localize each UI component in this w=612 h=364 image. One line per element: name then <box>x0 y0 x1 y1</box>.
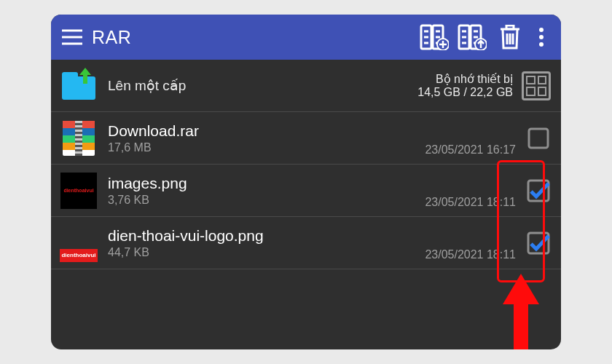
svg-point-29 <box>539 35 544 39</box>
file-name: dien-thoai-vui-logo.png <box>108 227 425 245</box>
toolbar: RAR <box>51 15 561 60</box>
overflow-icon[interactable] <box>530 20 552 55</box>
image-thumb-icon: dienthoaivui <box>60 224 98 262</box>
app-frame: RAR Lên một cấp <box>51 15 561 349</box>
menu-icon[interactable] <box>58 23 86 51</box>
storage-label: Bộ nhớ thiết bị <box>436 72 513 86</box>
file-size: 44,7 KB <box>108 246 425 259</box>
svg-marker-31 <box>79 68 91 84</box>
svg-rect-27 <box>506 25 514 29</box>
storage-value: 14,5 GB / 22,2 GB <box>417 86 513 99</box>
file-row[interactable]: dienthoaivui dien-thoai-vui-logo.png 44,… <box>51 217 561 269</box>
file-name: Download.rar <box>108 122 425 140</box>
app-title: RAR <box>92 27 131 48</box>
delete-icon[interactable] <box>493 20 527 55</box>
rar-file-icon <box>60 119 98 157</box>
folder-up-icon <box>60 67 98 105</box>
checkbox-checked[interactable] <box>526 178 551 203</box>
file-date: 23/05/2021 18:11 <box>425 248 516 269</box>
up-one-level[interactable]: Lên một cấp Bộ nhớ thiết bị 14,5 GB / 22… <box>51 60 561 112</box>
file-list: Lên một cấp Bộ nhớ thiết bị 14,5 GB / 22… <box>51 60 561 269</box>
svg-rect-33 <box>528 181 549 201</box>
up-label: Lên một cấp <box>108 77 417 94</box>
file-name: images.png <box>108 175 425 192</box>
archive-add-icon[interactable] <box>417 20 452 55</box>
file-date: 23/05/2021 16:17 <box>425 143 516 164</box>
file-date: 23/05/2021 18:11 <box>425 196 516 216</box>
svg-point-30 <box>539 42 544 47</box>
svg-rect-34 <box>528 233 549 253</box>
checkbox-checked[interactable] <box>526 231 551 256</box>
svg-marker-35 <box>503 274 539 349</box>
file-size: 3,76 KB <box>108 194 425 207</box>
thumb-label: dienthoaivui <box>63 188 93 194</box>
annotation-arrow-icon <box>503 274 539 349</box>
thumb-label: dienthoaivui <box>61 252 95 258</box>
svg-point-28 <box>539 28 544 32</box>
archive-extract-icon[interactable] <box>455 20 490 55</box>
checkbox[interactable] <box>526 126 551 151</box>
svg-rect-32 <box>529 129 548 148</box>
view-mode-button[interactable] <box>522 71 551 100</box>
file-row[interactable]: Download.rar 17,6 MB 23/05/2021 16:17 <box>51 112 561 165</box>
image-thumb-icon: dienthoaivui <box>60 172 98 210</box>
file-size: 17,6 MB <box>108 141 425 154</box>
file-row[interactable]: dienthoaivui images.png 3,76 KB 23/05/20… <box>51 165 561 217</box>
